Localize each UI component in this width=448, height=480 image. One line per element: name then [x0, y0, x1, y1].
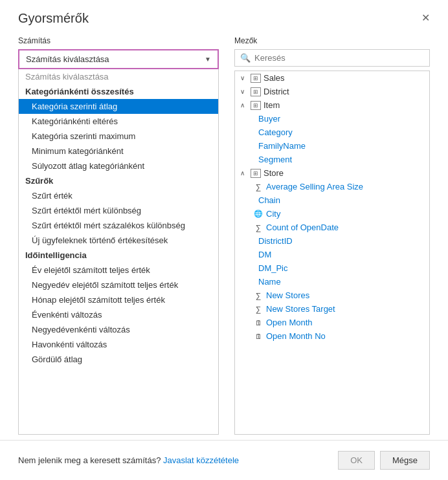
- tree-item-label: Category: [258, 127, 293, 137]
- tree-item[interactable]: Chain: [235, 193, 429, 207]
- tree-item-label: District: [263, 87, 289, 96]
- calculation-dropdown[interactable]: Számítás kiválasztása ▼: [18, 49, 219, 69]
- close-button[interactable]: ✕: [416, 10, 435, 26]
- search-input[interactable]: [254, 53, 424, 63]
- calculation-list: Számítás kiválasztásaKategóriánkénti öss…: [18, 69, 219, 435]
- list-item[interactable]: Évenkénti változás: [19, 307, 218, 322]
- sigma-icon: ∑: [253, 223, 263, 232]
- list-item: Időintelligencia: [19, 248, 218, 263]
- list-item[interactable]: Szűrt érték: [19, 188, 218, 203]
- globe-icon: 🌐: [253, 210, 263, 218]
- dropdown-selected-text: Számítás kiválasztása: [26, 54, 109, 64]
- left-panel: Számítás Számítás kiválasztása ▼ Számítá…: [18, 36, 219, 435]
- tree-item[interactable]: Buyer: [235, 112, 429, 125]
- tree-item-label: Count of OpenDate: [266, 223, 339, 232]
- dialog-title: Gyorsmérők: [18, 11, 89, 26]
- list-item[interactable]: Kategória szerinti maximum: [19, 129, 218, 144]
- list-item[interactable]: Kategóriánkénti eltérés: [19, 114, 218, 129]
- footer-question: Nem jelenik meg a keresett számítás? Jav…: [18, 455, 239, 465]
- chevron-icon: ∧: [240, 102, 248, 109]
- list-item[interactable]: Negyedév elejétől számított teljes érték: [19, 278, 218, 292]
- tree-item-label: Open Month No: [266, 331, 326, 341]
- tree-item[interactable]: FamilyName: [235, 139, 429, 153]
- tree-item-label: Buyer: [258, 114, 280, 124]
- list-item[interactable]: Hónap elejétől számított teljes érték: [19, 292, 218, 307]
- tree-item-label: Average Selling Area Size: [266, 182, 363, 191]
- tree-item[interactable]: Category: [235, 125, 429, 139]
- table-icon: ⊞: [251, 74, 261, 83]
- tree-item[interactable]: ∨⊞District: [235, 85, 429, 98]
- right-panel-label: Mezők: [234, 36, 430, 45]
- tree-item-label: Chain: [258, 195, 280, 205]
- chevron-icon: ∧: [240, 169, 248, 177]
- tree-item[interactable]: ∑New Stores Target: [235, 302, 429, 316]
- dialog: Gyorsmérők ✕ Számítás Számítás kiválaszt…: [0, 0, 448, 480]
- tree-item-label: Name: [258, 277, 281, 287]
- tree-item-label: DistrictID: [258, 236, 293, 246]
- tree-item-label: City: [266, 209, 280, 219]
- tree-item[interactable]: 🗓Open Month No: [235, 329, 429, 343]
- tree-item-label: Segment: [258, 155, 292, 164]
- tree-item-label: DM: [258, 250, 271, 259]
- tree-item[interactable]: DistrictID: [235, 234, 429, 248]
- list-item: Szűrők: [19, 173, 218, 188]
- tree-item-label: New Stores: [266, 290, 309, 300]
- fields-tree: ∨⊞Sales∨⊞District∧⊞ItemBuyerCategoryFami…: [234, 71, 430, 435]
- tree-item-label: Open Month: [266, 318, 313, 327]
- sigma-icon: ∑: [253, 305, 263, 314]
- tree-item-label: Item: [263, 100, 280, 110]
- chevron-down-icon: ▼: [205, 56, 211, 63]
- ok-button[interactable]: OK: [338, 451, 375, 470]
- sigma-icon: ∑: [253, 182, 263, 191]
- sigma-icon: ∑: [253, 291, 263, 300]
- list-item[interactable]: Havonkénti változás: [19, 337, 218, 352]
- calculator-icon: 🗓: [253, 333, 263, 340]
- list-item[interactable]: Súlyozott átlag kategóriánként: [19, 158, 218, 173]
- footer-question-text: Nem jelenik meg a keresett számítás?: [18, 455, 161, 465]
- tree-item[interactable]: ∨⊞Sales: [235, 71, 429, 85]
- calculator-icon: 🗓: [253, 319, 263, 327]
- tree-item[interactable]: 🗓Open Month: [235, 316, 429, 329]
- left-panel-label: Számítás: [18, 36, 219, 45]
- tree-item-label: New Stores Target: [266, 304, 335, 314]
- tree-item[interactable]: Segment: [235, 153, 429, 166]
- search-icon: 🔍: [240, 53, 251, 63]
- tree-item[interactable]: DM_Pic: [235, 261, 429, 275]
- tree-item[interactable]: 🌐City: [235, 207, 429, 221]
- chevron-icon: ∨: [240, 88, 248, 95]
- tree-item[interactable]: ∧⊞Store: [235, 166, 429, 180]
- dialog-footer: Nem jelenik meg a keresett számítás? Jav…: [0, 440, 448, 480]
- list-item: Számítás kiválasztása: [19, 69, 218, 84]
- list-item[interactable]: Kategória szerinti átlag: [19, 99, 218, 114]
- titlebar: Gyorsmérők ✕: [0, 0, 448, 31]
- list-item[interactable]: Év elejétől számított teljes érték: [19, 263, 218, 278]
- tree-item[interactable]: ∑Average Selling Area Size: [235, 180, 429, 193]
- list-item[interactable]: Új ügyfeleknek történő értékesítések: [19, 233, 218, 248]
- table-icon: ⊞: [251, 169, 261, 178]
- tree-item[interactable]: ∧⊞Item: [235, 98, 429, 112]
- cancel-button[interactable]: Mégse: [380, 451, 430, 470]
- tree-item-label: DM_Pic: [258, 263, 288, 273]
- search-box: 🔍: [234, 49, 430, 67]
- list-item[interactable]: Gördülő átlag: [19, 352, 218, 367]
- footer-link[interactable]: Javaslat közzététele: [163, 455, 239, 465]
- footer-buttons: OK Mégse: [338, 451, 430, 470]
- dialog-body: Számítás Számítás kiválasztása ▼ Számítá…: [0, 31, 448, 435]
- tree-item[interactable]: ∑New Stores: [235, 289, 429, 302]
- tree-item-label: FamilyName: [258, 141, 306, 151]
- tree-item-label: Store: [263, 168, 284, 178]
- list-item[interactable]: Negyedévenkénti változás: [19, 322, 218, 337]
- right-panel: Mezők 🔍 ∨⊞Sales∨⊞District∧⊞ItemBuyerCate…: [234, 36, 430, 435]
- tree-item[interactable]: ∑Count of OpenDate: [235, 221, 429, 234]
- table-icon: ⊞: [251, 87, 261, 96]
- tree-item[interactable]: DM: [235, 248, 429, 261]
- list-item: Kategóriánkénti összesítés: [19, 84, 218, 99]
- tree-item[interactable]: Name: [235, 275, 429, 289]
- chevron-icon: ∨: [240, 74, 248, 82]
- list-item[interactable]: Minimum kategóriánként: [19, 144, 218, 158]
- tree-item-label: Sales: [263, 73, 285, 83]
- list-item[interactable]: Szűrt értéktől mért százalékos különbség: [19, 218, 218, 233]
- list-item[interactable]: Szűrt értéktől mért különbség: [19, 203, 218, 218]
- table-icon: ⊞: [251, 101, 261, 110]
